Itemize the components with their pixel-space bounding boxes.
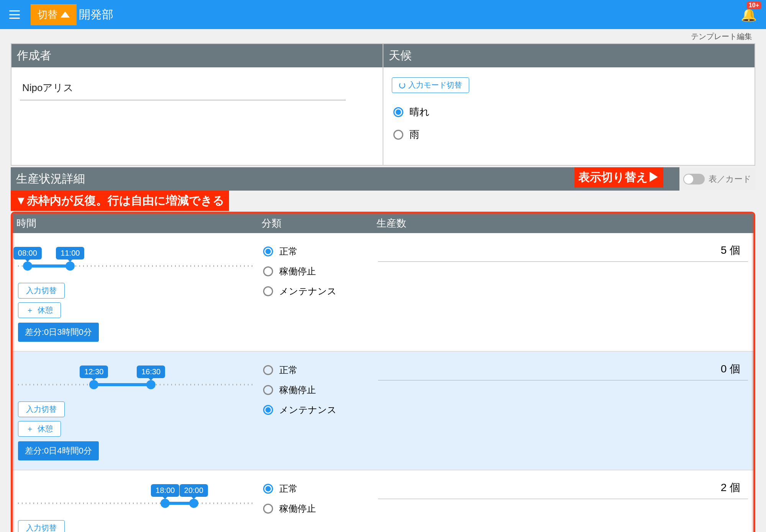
slider-knob-end[interactable] [65, 261, 75, 271]
start-time-bubble: 08:00 [13, 247, 42, 259]
production-header-row: 生産状況詳細 表示切り替え▶ 表／カード [11, 167, 755, 191]
refresh-icon [399, 82, 405, 88]
col-time: 時間 [16, 217, 262, 230]
input-mode-switch-button[interactable]: 入力モード切替 [392, 77, 469, 93]
time-range-slider[interactable]: 08:0011:00 [18, 251, 255, 279]
col-count: 生産数 [376, 217, 750, 230]
time-range-slider[interactable]: 18:0020:00 [18, 489, 255, 516]
top-panels: 作成者 Nipoアリス 天候 入力モード切替 晴れ雨 [11, 43, 755, 166]
category-label: 稼働停止 [279, 384, 316, 396]
category-label: 正常 [279, 364, 298, 376]
production-row: 18:0020:00入力切替正常稼働停止2 個 [13, 470, 753, 532]
display-toggle-annotation: 表示切り替え▶ [574, 167, 663, 188]
time-range-slider[interactable]: 12:3016:30 [18, 370, 255, 398]
slider-knob-start[interactable] [23, 261, 32, 271]
slider-knob-end[interactable] [189, 499, 198, 508]
notification-badge: 10+ [746, 2, 761, 9]
category-option[interactable]: メンテナンス [263, 281, 378, 301]
input-switch-button[interactable]: 入力切替 [18, 283, 65, 299]
start-time-bubble: 12:30 [80, 366, 108, 378]
time-diff-chip: 差分:0日3時間0分 [18, 323, 99, 342]
radio-icon [263, 286, 273, 296]
plus-icon: ＋ [26, 305, 34, 315]
radio-icon [263, 484, 273, 494]
radio-icon [263, 266, 273, 276]
start-time-bubble: 18:00 [151, 484, 179, 497]
menu-icon[interactable] [9, 10, 20, 19]
production-row: 08:0011:00入力切替＋休憩差分:0日3時間0分正常稼働停止メンテナンス5… [13, 233, 753, 352]
add-break-button[interactable]: ＋休憩 [18, 302, 61, 318]
weather-header: 天候 [383, 44, 755, 67]
add-break-button[interactable]: ＋休憩 [18, 421, 61, 437]
display-mode-toggle[interactable] [683, 174, 705, 184]
slider-knob-start[interactable] [89, 380, 98, 389]
category-option[interactable]: メンテナンス [263, 400, 378, 420]
bell-icon: 🔔 [741, 7, 757, 22]
count-value[interactable]: 2 個 [378, 480, 748, 499]
category-option[interactable]: 正常 [263, 242, 378, 261]
repeat-annotation: ▼赤枠内が反復。行は自由に増減できる [11, 191, 229, 211]
author-panel: 作成者 Nipoアリス [11, 44, 383, 165]
radio-icon [393, 107, 403, 117]
page-title: 開発部 [79, 7, 113, 23]
weather-options: 晴れ雨 [392, 101, 746, 146]
repeating-section: 時間 分類 生産数 08:0011:00入力切替＋休憩差分:0日3時間0分正常稼… [11, 212, 755, 532]
triangle-up-icon [61, 11, 70, 18]
category-label: メンテナンス [279, 285, 337, 297]
category-option[interactable]: 稼働停止 [263, 261, 378, 281]
slider-knob-start[interactable] [160, 499, 170, 508]
switch-button[interactable]: 切替 [31, 4, 77, 25]
category-option[interactable]: 正常 [263, 360, 378, 380]
category-label: 稼働停止 [279, 265, 316, 277]
notifications-button[interactable]: 🔔 10+ [741, 7, 757, 22]
plus-icon: ＋ [26, 424, 34, 434]
radio-icon [263, 504, 273, 514]
category-option[interactable]: 稼働停止 [263, 380, 378, 400]
category-option[interactable]: 正常 [263, 479, 378, 499]
end-time-bubble: 20:00 [180, 484, 208, 497]
category-label: 稼働停止 [279, 503, 316, 515]
table-header: 時間 分類 生産数 [13, 214, 753, 233]
category-label: 正常 [279, 245, 298, 258]
topbar: 切替 開発部 🔔 10+ [0, 0, 766, 29]
author-header: 作成者 [11, 44, 383, 67]
weather-option[interactable]: 雨 [392, 123, 746, 146]
radio-icon [263, 246, 273, 256]
end-time-bubble: 16:30 [137, 366, 165, 378]
radio-icon [263, 365, 273, 375]
col-category: 分類 [262, 217, 376, 230]
category-label: 正常 [279, 483, 298, 495]
weather-panel: 天候 入力モード切替 晴れ雨 [383, 44, 755, 165]
weather-option-label: 晴れ [409, 105, 430, 119]
slider-knob-end[interactable] [146, 380, 155, 389]
toggle-label: 表／カード [709, 173, 751, 185]
end-time-bubble: 11:00 [56, 247, 84, 259]
radio-icon [393, 130, 403, 140]
weather-option-label: 雨 [409, 128, 419, 141]
category-option[interactable]: 稼働停止 [263, 499, 378, 519]
input-switch-button[interactable]: 入力切替 [18, 401, 65, 417]
weather-option[interactable]: 晴れ [392, 101, 746, 123]
count-value[interactable]: 5 個 [378, 243, 748, 262]
template-edit-link[interactable]: テンプレート編集 [11, 29, 755, 43]
input-switch-button[interactable]: 入力切替 [18, 520, 65, 532]
category-label: メンテナンス [279, 404, 337, 416]
radio-icon [263, 405, 273, 415]
author-value[interactable]: Nipoアリス [20, 77, 346, 100]
count-value[interactable]: 0 個 [378, 362, 748, 380]
time-diff-chip: 差分:0日4時間0分 [18, 441, 99, 460]
production-row: 12:3016:30入力切替＋休憩差分:0日4時間0分正常稼働停止メンテナンス0… [13, 352, 753, 470]
radio-icon [263, 385, 273, 395]
